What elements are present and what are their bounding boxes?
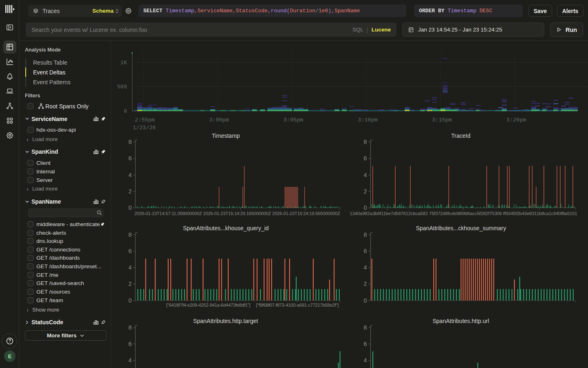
svg-text:3:10pm: 3:10pm (358, 117, 378, 123)
svg-text:4: 4 (128, 172, 131, 178)
svg-text:3:05pm: 3:05pm (283, 117, 303, 123)
svg-text:2: 2 (128, 280, 131, 287)
svg-text:2: 2 (363, 188, 367, 195)
svg-text:1K: 1K (120, 60, 127, 66)
svg-text:0: 0 (128, 297, 131, 304)
svg-text:3:15pm: 3:15pm (432, 117, 452, 123)
svg-text:0: 0 (128, 204, 131, 211)
svg-text:2: 2 (363, 280, 367, 287)
svg-text:2: 2 (128, 188, 131, 195)
svg-text:8: 8 (363, 231, 367, 238)
svg-text:6: 6 (128, 341, 131, 347)
svg-text:2:55pm: 2:55pm (135, 117, 155, 123)
svg-text:SpanAttributes...khouse_query_: SpanAttributes...khouse_query_id (183, 225, 269, 231)
svg-text:2026-01-23T14:57:11.058000000Z: 2026-01-23T14:57:11.058000000Z 2026-01-2… (134, 211, 340, 216)
svg-text:4: 4 (128, 264, 131, 271)
svg-text:4: 4 (363, 172, 367, 178)
svg-text:4: 4 (363, 264, 367, 271)
svg-text:6: 6 (363, 248, 367, 254)
svg-text:1340a982a3b6f11be7d587612cbca5: 1340a982a3b6f11be7d587612cbca582 75f372d… (350, 211, 577, 216)
svg-text:0: 0 (363, 204, 367, 211)
svg-text:0: 0 (124, 108, 127, 114)
svg-text:4: 4 (128, 357, 131, 364)
svg-text:8: 8 (128, 231, 131, 238)
svg-text:SpanAttributes.http.url: SpanAttributes.http.url (432, 318, 489, 324)
svg-text:["f9f68f07-f873-4100-a691-c772: ["f9f68f07-f873-4100-a691-c77217b58e2f"] (256, 303, 339, 307)
svg-text:["6418f7f4-e209-4252-941a-6d44: ["6418f7f4-e209-4252-941a-6d4473fe8df1"] (166, 303, 250, 307)
svg-text:3:20pm: 3:20pm (506, 117, 526, 123)
svg-text:SpanAttributes...ckhouse_summa: SpanAttributes...ckhouse_summary (416, 225, 506, 231)
svg-text:Timestamp: Timestamp (212, 132, 240, 139)
svg-text:500: 500 (117, 84, 127, 90)
svg-text:1/23/26: 1/23/26 (133, 125, 156, 131)
svg-text:8: 8 (363, 324, 367, 331)
svg-text:SpanAttributes.http.target: SpanAttributes.http.target (193, 318, 258, 324)
svg-text:6: 6 (128, 155, 131, 162)
svg-text:8: 8 (128, 139, 131, 145)
svg-text:0: 0 (363, 297, 367, 304)
svg-text:TraceId: TraceId (451, 132, 470, 139)
svg-text:8: 8 (363, 139, 367, 145)
svg-text:3:00pm: 3:00pm (209, 117, 229, 123)
svg-text:6: 6 (363, 155, 367, 162)
svg-text:6: 6 (363, 341, 367, 347)
svg-text:6: 6 (128, 248, 131, 254)
svg-text:8: 8 (128, 324, 131, 331)
svg-text:4: 4 (363, 357, 367, 364)
